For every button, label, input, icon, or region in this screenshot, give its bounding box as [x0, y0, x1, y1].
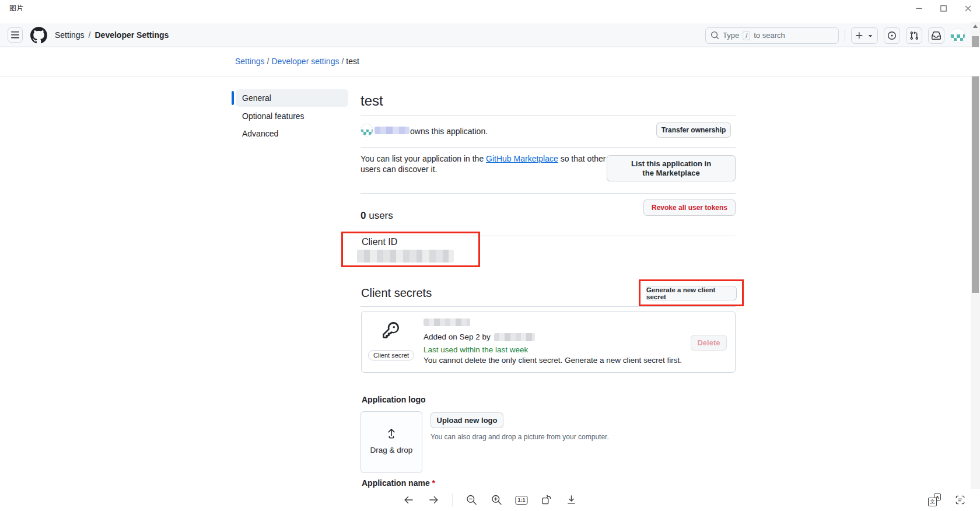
redacted-added-by	[494, 333, 535, 341]
sidebar-item-optional-features[interactable]: Optional features	[232, 107, 348, 125]
application-logo-label: Application logo	[362, 395, 426, 404]
search-placeholder-suffix: to search	[754, 31, 785, 40]
sidebar-item-advanced[interactable]: Advanced	[232, 125, 348, 142]
translate-button[interactable]: A 文	[928, 494, 941, 506]
git-pull-request-icon	[909, 31, 919, 40]
users-count-text: 0 users	[360, 210, 393, 222]
marketplace-text-before: You can list your application in the	[360, 154, 486, 163]
translate-cjk-icon: 文	[928, 498, 937, 506]
page-title: test	[360, 93, 383, 109]
upload-helper-text: You can also drag and drop a picture fro…	[430, 433, 609, 441]
selected-indicator	[232, 109, 234, 123]
divider	[360, 193, 736, 194]
scan-text-icon	[954, 494, 966, 506]
github-marketplace-link[interactable]: GitHub Marketplace	[486, 154, 558, 163]
owner-avatar	[360, 124, 373, 136]
ocr-scan-text-button[interactable]	[954, 494, 967, 506]
breadcrumb: Settings/Developer settings/test	[235, 57, 359, 66]
create-new-button[interactable]	[851, 27, 878, 44]
added-on-text: Added on Sep 2 by	[424, 332, 491, 341]
upload-new-logo-button[interactable]: Upload new logo	[430, 412, 503, 428]
owner-text: owns this application.	[410, 127, 488, 136]
window-titlebar: 图片	[0, 0, 980, 16]
secret-last-used: Last used within the last week	[424, 345, 528, 354]
hamburger-icon	[10, 30, 20, 40]
download-icon	[566, 494, 578, 506]
sidebar-item-general[interactable]: General	[232, 89, 348, 107]
delete-secret-button[interactable]: Delete	[691, 335, 727, 351]
zoom-out-icon	[466, 494, 477, 506]
close-icon	[965, 5, 971, 12]
client-id-label: Client ID	[362, 237, 397, 247]
key-icon	[383, 322, 399, 338]
application-name-label: Application name *	[362, 478, 435, 488]
list-in-marketplace-button[interactable]: List this application in the Marketplace	[607, 155, 736, 181]
actual-size-button[interactable]: 1:1	[515, 496, 527, 505]
inbox-icon	[932, 31, 941, 40]
breadcrumb-developer-settings-link[interactable]: Developer settings	[271, 57, 339, 66]
logo-dropzone[interactable]: Drag & drop	[360, 411, 422, 473]
pull-requests-button[interactable]	[906, 27, 922, 44]
client-secret-badge: Client secret	[368, 350, 414, 360]
client-secrets-heading: Client secrets	[361, 286, 432, 300]
breadcrumb-separator: /	[265, 57, 272, 66]
dragdrop-label: Drag & drop	[361, 446, 422, 454]
redacted-secret-value	[424, 318, 470, 326]
selected-indicator	[232, 91, 234, 105]
identicon	[951, 29, 965, 43]
header-breadcrumb-developer-settings[interactable]: Developer Settings	[94, 30, 169, 40]
header-breadcrumb: Settings / Developer Settings	[55, 30, 169, 40]
slash-keycap: /	[743, 31, 750, 40]
github-header: Settings / Developer Settings Type / to …	[0, 23, 980, 47]
search-icon	[710, 31, 719, 40]
breadcrumb-settings-link[interactable]: Settings	[235, 57, 265, 66]
header-divider	[845, 30, 845, 41]
window-title: 图片	[9, 4, 23, 13]
hamburger-menu-button[interactable]	[8, 27, 23, 43]
minimize-icon	[916, 5, 922, 12]
zoom-out-button[interactable]	[465, 494, 478, 506]
transfer-ownership-button[interactable]: Transfer ownership	[656, 123, 731, 138]
client-secret-card: Client secret Added on Sep 2 by Last use…	[361, 311, 736, 373]
search-placeholder-prefix: Type	[723, 31, 739, 40]
sidebar-item-label: General	[236, 89, 348, 107]
divider	[360, 306, 736, 307]
browser-scrollbar[interactable]	[971, 22, 980, 489]
redacted-owner-name	[374, 127, 410, 134]
image-viewer-window: 图片 Settings / Developer	[0, 0, 980, 511]
close-button[interactable]	[956, 0, 980, 16]
chevron-down-icon	[866, 32, 874, 40]
issue-opened-icon	[887, 31, 897, 40]
secret-added-line: Added on Sep 2 by	[424, 332, 535, 341]
search-input[interactable]: Type / to search	[705, 27, 839, 44]
revoke-all-user-tokens-button[interactable]: Revoke all user tokens	[643, 200, 736, 216]
plus-icon	[855, 31, 864, 40]
issues-button[interactable]	[884, 27, 900, 44]
github-logo[interactable]	[30, 27, 47, 44]
sidebar-item-label: Advanced	[236, 125, 348, 142]
upload-icon	[385, 426, 398, 440]
next-image-button[interactable]	[427, 494, 440, 506]
maximize-button[interactable]	[931, 0, 956, 16]
github-mark-icon	[30, 27, 47, 44]
previous-image-button[interactable]	[402, 494, 415, 506]
breadcrumb-current: test	[346, 57, 359, 66]
save-download-button[interactable]	[565, 494, 578, 506]
rotate-button[interactable]	[540, 494, 553, 506]
inbox-button[interactable]	[928, 27, 944, 44]
minimize-button[interactable]	[907, 0, 931, 16]
users-label: users	[366, 210, 393, 221]
generate-new-client-secret-button[interactable]: Generate a new client secret	[646, 286, 737, 300]
marketplace-text: You can list your application in the Git…	[360, 153, 611, 174]
header-breadcrumb-settings[interactable]: Settings	[55, 30, 85, 40]
user-avatar[interactable]	[950, 28, 965, 43]
viewer-toolbar: 1:1 A 文	[0, 489, 980, 511]
zoom-in-button[interactable]	[490, 494, 503, 506]
sidebar-item-label: Optional features	[236, 107, 348, 125]
selected-indicator	[232, 127, 234, 141]
identicon	[361, 124, 373, 136]
divider	[360, 147, 736, 148]
scrollbar-up-arrow-icon[interactable]	[973, 24, 978, 28]
breadcrumb-separator: /	[339, 57, 346, 66]
application-name-text: Application name	[362, 478, 430, 488]
